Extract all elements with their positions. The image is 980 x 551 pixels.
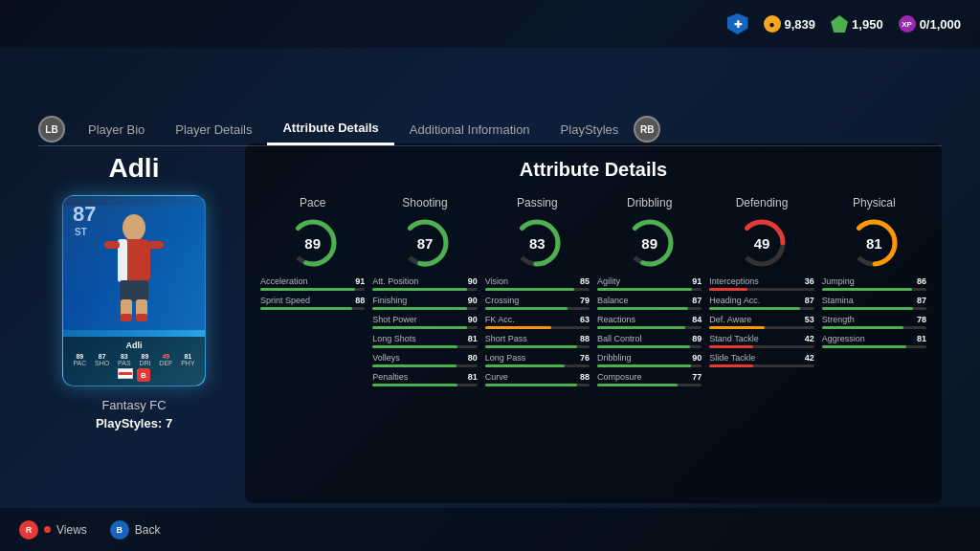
card-image [63,206,205,330]
stat-value-5-1: 87 [917,296,926,305]
attr-stat-label-row-2-4: Long Pass 76 [485,353,590,363]
gauge-4: 49 [734,215,790,271]
attr-stat-row-4-4: Slide Tackle 42 [709,353,813,367]
stat-value-3-0: 91 [692,276,702,286]
stat-value-4-0: 36 [805,276,814,286]
stat-bar-5-2 [822,326,926,329]
attr-stat-row-5-2: Strength 78 [822,315,926,329]
attr-category-defending: Defending 49 Interceptions 36 Heading Ac… [709,196,813,386]
attr-category-physical: Physical 81 Jumping 86 Stamina 87 Streng… [822,196,926,386]
stat-fill-5-3 [822,345,907,348]
stat-fill-0-1 [260,307,352,310]
stat-bar-3-3 [597,345,702,348]
stat-fill-4-1 [709,307,800,310]
attr-stat-row-1-2: Shot Power 90 [372,315,477,329]
attr-stat-row-3-4: Dribbling 90 [597,353,702,367]
stat-bar-5-0 [822,288,926,291]
stat-fill-3-5 [597,384,678,386]
coin-icon: ● [764,15,781,33]
attr-stat-label-row-4-3: Stand Tackle 42 [709,334,813,343]
stat-fill-5-2 [822,326,903,329]
points-value: 1,950 [852,17,883,32]
card-stat-pac: 89 PAC [73,353,86,366]
stat-fill-3-4 [597,364,691,367]
attr-stat-label-row-3-4: Dribbling 90 [597,353,702,363]
gauge-0: 89 [285,215,341,271]
views-button[interactable]: R Views [19,520,87,540]
stat-label-4-4: Slide Tackle [709,353,755,363]
stat-fill-4-4 [709,364,753,367]
stat-label-0-0: Acceleration [260,276,308,286]
rb-button[interactable]: RB [634,116,660,143]
stat-value-2-1: 79 [580,296,590,305]
attr-stat-row-3-2: Reactions 84 [597,315,702,329]
back-button[interactable]: B Back [110,520,161,540]
attr-stat-label-row-2-1: Crossing 79 [485,296,590,305]
r-label: R [26,525,33,535]
b-label: B [117,525,123,535]
stat-fill-3-1 [597,307,688,310]
card-stat-sho: 87 SHO [95,353,109,366]
svg-point-0 [122,214,145,241]
tab-player-bio[interactable]: Player Bio [73,115,160,144]
stat-label-5-1: Stamina [822,296,854,305]
tab-player-details[interactable]: Player Details [160,115,267,144]
gauge-3: 89 [622,215,678,271]
stat-bar-1-1 [372,307,477,310]
stat-fill-1-2 [372,326,466,329]
stat-value-5-2: 78 [917,315,926,324]
attr-category-shooting: Shooting 87 Att. Position 90 Finishing 9… [372,196,477,386]
attr-stat-label-row-2-2: FK Acc. 63 [485,315,590,324]
attr-stats-2: Vision 85 Crossing 79 FK Acc. 63 Short P… [485,276,590,386]
attr-stat-row-2-5: Curve 88 [485,372,590,386]
tab-additional-info[interactable]: Additional Information [394,115,546,144]
attr-stat-label-row-2-5: Curve 88 [485,372,590,382]
stat-label-2-5: Curve [485,372,508,382]
stat-label-3-3: Ball Control [597,334,642,343]
gauge-value-5: 81 [866,235,882,252]
stat-label-2-1: Crossing [485,296,520,305]
stat-label-1-2: Shot Power [372,315,417,324]
card-stat-dri: 89 DRI [139,353,150,366]
bottom-bar: R Views B Back [0,508,980,551]
stat-bar-1-3 [372,345,477,348]
tab-attribute-details[interactable]: Attribute Details [267,113,393,145]
attr-stat-row-2-4: Long Pass 76 [485,353,590,367]
attr-stat-label-row-3-1: Balance 87 [597,296,702,305]
stat-label-1-1: Finishing [372,296,407,305]
stat-bar-0-0 [260,288,365,291]
stat-fill-3-3 [597,345,690,348]
stat-label-2-4: Long Pass [485,353,526,363]
attr-stat-label-row-1-3: Long Shots 81 [372,334,477,343]
stat-value-4-1: 87 [805,296,814,305]
attr-stat-row-1-1: Finishing 90 [372,296,477,310]
attr-stat-label-row-5-1: Stamina 87 [822,296,926,305]
stat-value-5-0: 86 [917,276,926,286]
card-bottom: Adli 89 PAC 87 SHO 83 PAS 89 [63,337,205,386]
attr-stat-row-3-3: Ball Control 89 [597,334,702,348]
stat-value-2-3: 88 [580,334,590,343]
svg-rect-9 [136,314,147,321]
stat-fill-2-1 [485,307,568,310]
stat-bar-1-2 [372,326,477,329]
player-club: Fantasy FC [101,398,166,412]
stat-value-0-1: 88 [355,296,365,305]
attr-stat-label-row-0-1: Sprint Speed 88 [260,296,365,305]
attr-stat-label-row-5-3: Aggression 81 [822,334,926,343]
tab-playstyles[interactable]: PlayStyles [546,115,635,144]
card-player-name: Adli [69,341,199,350]
attr-stat-label-row-4-1: Heading Acc. 87 [709,296,813,305]
stat-label-5-3: Aggression [822,334,865,343]
stat-label-5-0: Jumping [822,276,855,286]
stat-bar-3-4 [597,364,702,367]
england-shield: ✚ [727,13,748,34]
flag-badge [118,368,133,379]
stat-value-4-4: 42 [805,353,814,363]
stat-fill-1-5 [372,384,457,386]
stat-bar-4-3 [709,345,813,348]
stat-fill-4-3 [709,345,753,348]
lb-button[interactable]: LB [38,116,65,143]
stat-value-3-1: 87 [692,296,702,305]
stat-label-3-0: Agility [597,276,620,286]
attr-stat-row-1-5: Penalties 81 [372,372,477,386]
